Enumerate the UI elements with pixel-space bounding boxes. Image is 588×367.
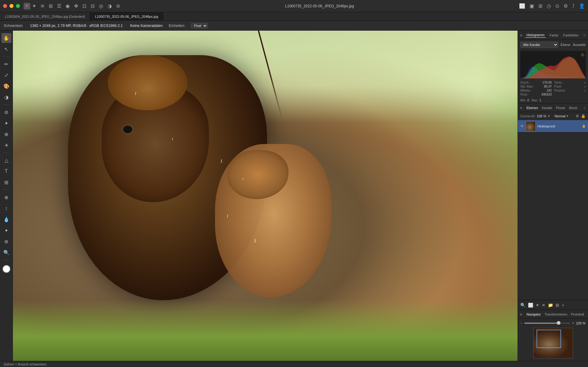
zoom-in-icon[interactable]: + [572,321,574,325]
color-fill-tool[interactable]: 🎨 [2,81,11,91]
layer-delete-icon[interactable]: ✕ [542,303,545,308]
zoom-icon[interactable]: ▣ [530,3,534,9]
layer-controls: Deckkraft: 100 % ▼ Normal ▼ ⚙ 🔒 [518,112,588,120]
units-select[interactable]: Pixel cm mm inch [191,23,208,28]
settings-icon[interactable]: ⚙ [564,3,568,9]
measure-tool[interactable]: ↕ [2,203,11,213]
tab-navigator[interactable]: Navigator [526,312,541,316]
mode-auswahl[interactable]: Auswahl [573,43,586,47]
layer-visibility-icon[interactable]: 👁 [520,124,524,128]
color-icon[interactable]: ◎ [99,3,103,9]
text-tool[interactable]: T [2,166,11,176]
stat-pixel: Pixel: – [554,85,586,88]
tab-farbe[interactable]: Farbe [548,33,560,38]
stat-mittel: Mittelw.: 192 [520,89,552,92]
tab-protokoll[interactable]: Protokoll [571,312,584,316]
stat-durch: Durch.: 170.05 [520,81,552,84]
layer-name[interactable]: Hintergrund [537,124,580,128]
histogram-stats: Durch.: 170.05 Tonw.: – Std. Abw.: 80.47… [518,80,588,97]
tab-histogramm[interactable]: Histogramm [525,32,546,38]
stamp-icon[interactable]: ◉ [66,3,70,9]
format-icon[interactable]: ☰ [57,3,61,9]
share-icon[interactable]: ✦ [32,3,36,9]
histogram-collapse-icon[interactable]: ▶ [520,33,523,37]
file-tab-0[interactable]: L1002604_2022-05-28_JPEG_2048px.jpg [Geä… [0,12,90,21]
hand-tool[interactable]: ✋ [2,33,11,43]
tab-pinsel[interactable]: Pinsel [556,105,565,110]
channel-select[interactable]: Alle Kanäle [520,42,558,48]
foreground-color[interactable] [2,265,10,273]
opacity-value[interactable]: 100 % [537,114,546,118]
warp-tool[interactable]: ⊛ [2,236,11,246]
zoom-tool[interactable]: ⊕ [2,192,11,202]
layers-tab-bar: ▶ Ebenen Kanäle Pinsel Stock ≡ [518,104,588,112]
tab-ebenen[interactable]: Ebenen [526,105,538,110]
gradient-tool[interactable]: ◑ [2,92,11,102]
canvas-area[interactable] [13,31,518,361]
image-dimensions: 1360 × 2048 px, 2.79 MP, RGBA/8 · sRGB I… [30,24,123,28]
vector-tool[interactable]: ⊞ [2,177,11,187]
tool-separator-3 [3,153,10,153]
llama-eye-left [123,126,132,133]
navigator-section: ▶ Navigator Transformieren Protokoll − +… [518,310,588,361]
histogram-menu-icon[interactable]: ≡ [583,33,586,37]
search-tool[interactable]: 🔍 [2,248,11,257]
crop-icon[interactable]: ⊟ [91,3,95,9]
layer-settings-icon[interactable]: ⚙ [576,114,579,118]
tab-transformieren[interactable]: Transformieren [545,312,567,316]
effects-icon[interactable]: ≋ [40,3,44,9]
zoom-slider-track[interactable] [524,323,570,324]
navigator-tab-bar: ▶ Navigator Transformieren Protokoll [518,310,588,319]
blend-mode-arrow-icon[interactable]: ▼ [566,115,569,118]
layer-add-icon[interactable]: + [562,303,564,308]
opacity-arrow-icon[interactable]: ▼ [548,115,550,118]
cloud-icon[interactable]: ⊙ [555,3,559,9]
share2-icon[interactable]: ⤴ [572,3,575,9]
selection-tool[interactable]: ↖ [2,44,11,54]
shape-tool[interactable]: △ [2,155,11,165]
fullscreen-button[interactable] [16,4,20,8]
layers-menu-icon[interactable]: ≡ [583,106,586,110]
file-tab-1[interactable]: L1000735_2022-05-06_JPEG_2048px.jpg [90,12,163,21]
blend-mode-value[interactable]: Normal [555,114,565,118]
repair-tool[interactable]: ⊕ [2,129,11,139]
transform-tool[interactable]: ⤢ [2,70,11,80]
layer-fx-icon[interactable]: ✦ [536,303,539,308]
gradient-icon[interactable]: ◑ [107,3,112,9]
dodge-tool[interactable]: ☀ [2,140,11,150]
paint-tool[interactable]: ✏ [2,59,11,69]
tool-separator-5 [3,260,10,260]
smudge-tool[interactable]: ✦ [2,225,11,235]
minimize-button[interactable] [9,4,13,8]
select-icon[interactable]: ⊡ [82,3,86,9]
navigator-collapse-icon[interactable]: ▶ [520,312,523,316]
eraser-icon[interactable]: ⊘ [116,3,120,9]
clone-tool[interactable]: ✦ [2,118,11,128]
account-icon[interactable]: 👤 [579,3,585,9]
layer-item-hintergrund[interactable]: 👁 Hintergrund 🔒 [518,120,588,132]
layer-group-icon[interactable]: 📁 [548,303,553,308]
tool-separator-4 [3,190,10,190]
close-button[interactable] [3,4,7,8]
eraser-tool[interactable]: ⊘ [2,107,11,117]
mode-ebene[interactable]: Ebene [561,43,571,47]
tab-stock[interactable]: Stock [569,105,577,110]
layer-lock-icon[interactable]: 🔒 [581,114,586,118]
heal-icon[interactable]: ✥ [74,3,78,9]
tab-farbfelder[interactable]: Farbfelder [562,33,580,38]
layer-add-mask-icon[interactable]: ⬜ [528,303,533,308]
layer-copy-icon[interactable]: ⊞ [556,303,559,308]
layer-search-icon[interactable]: 🔍 [520,303,526,308]
zoom-out-icon[interactable]: − [520,321,522,325]
tab-kanaele[interactable]: Kanäle [542,105,552,110]
navigator-thumbnail[interactable] [533,328,573,358]
view-mode-icon[interactable]: ⬜ [519,3,525,9]
arrange-icon[interactable]: ⊞ [538,3,542,9]
opacity-label: Deckkraft: [520,114,536,118]
history-icon[interactable]: ◷ [547,3,551,9]
traffic-lights [3,4,20,8]
adjust-icon[interactable]: ⊞ [49,3,53,9]
layers-collapse-icon[interactable]: ▶ [520,106,523,109]
eyedropper-tool[interactable]: 💧 [2,214,11,224]
zoom-slider-thumb[interactable] [557,321,560,325]
